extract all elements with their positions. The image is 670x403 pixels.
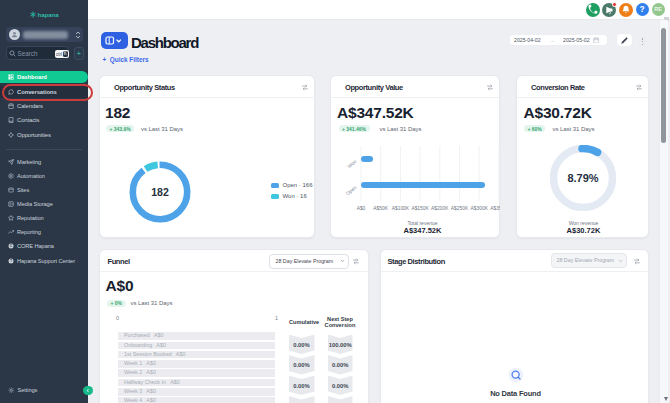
- svg-text:A$250K: A$250K: [451, 206, 469, 211]
- svg-text:A$350K: A$350K: [490, 206, 500, 211]
- svg-text:A$50K: A$50K: [373, 206, 388, 211]
- svg-text:Won: Won: [346, 158, 358, 169]
- svg-text:Open: Open: [344, 184, 357, 197]
- svg-text:A$200K: A$200K: [431, 206, 449, 211]
- svg-text:?: ?: [10, 259, 12, 263]
- svg-text:A$100K: A$100K: [392, 206, 410, 211]
- svg-text:8.79%: 8.79%: [567, 172, 598, 184]
- svg-text:hapana: hapana: [37, 12, 59, 18]
- svg-text:A$0: A$0: [357, 206, 366, 211]
- svg-text:A$300K: A$300K: [470, 206, 488, 211]
- svg-text:A$150K: A$150K: [411, 206, 429, 211]
- svg-text:182: 182: [151, 186, 169, 198]
